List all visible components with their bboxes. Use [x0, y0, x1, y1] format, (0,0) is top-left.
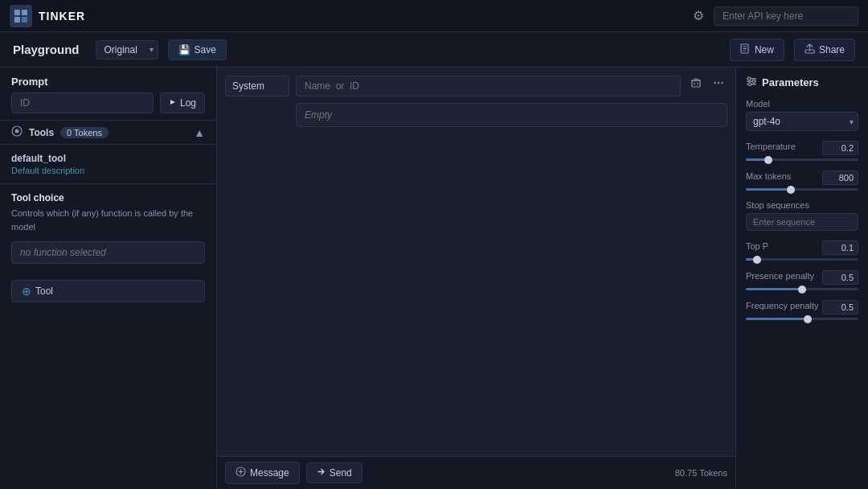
params-header: Parameters — [746, 76, 858, 89]
message-actions — [687, 76, 727, 92]
frequency-penalty-input[interactable] — [822, 300, 858, 314]
top-p-param: Top P — [746, 240, 858, 261]
tool-description: Default description — [11, 166, 205, 175]
params-icon — [746, 76, 757, 89]
stop-sequence-input[interactable] — [746, 213, 858, 231]
left-panel: Prompt Log Tools 0 Tokens — [0, 68, 217, 489]
svg-point-19 — [718, 82, 719, 84]
top-p-label: Top P — [746, 241, 768, 251]
right-panel: Parameters Model gpt-4o gpt-4 gpt-3.5-tu… — [735, 68, 868, 489]
presence-penalty-input[interactable] — [822, 270, 858, 285]
send-button[interactable]: Send — [306, 462, 362, 483]
prompt-header: Prompt — [0, 68, 216, 92]
svg-point-28 — [752, 80, 755, 83]
center-panel: System User Assistant — [217, 68, 735, 489]
model-param: Model gpt-4o gpt-4 gpt-3.5-turbo ▾ — [746, 99, 858, 131]
svg-point-20 — [721, 82, 723, 84]
svg-point-29 — [748, 83, 751, 86]
svg-rect-0 — [14, 10, 20, 15]
top-p-slider-thumb[interactable] — [753, 256, 761, 264]
svg-rect-11 — [692, 80, 700, 87]
model-select-wrapper: gpt-4o gpt-4 gpt-3.5-turbo ▾ — [746, 112, 858, 131]
frequency-row: Frequency penalty — [746, 300, 858, 314]
share-icon — [805, 43, 815, 56]
temperature-input[interactable] — [822, 141, 858, 155]
log-arrow-icon — [169, 97, 177, 109]
add-tool-button[interactable]: ⊕ Tool — [11, 280, 205, 302]
prompt-id-input[interactable] — [11, 92, 154, 113]
max-tokens-slider-track — [746, 188, 858, 191]
frequency-slider-thumb[interactable] — [804, 315, 812, 323]
tools-tokens-badge: 0 Tokens — [60, 127, 108, 138]
tool-choice-title: Tool choice — [11, 192, 205, 203]
new-icon — [740, 43, 751, 56]
presence-penalty-param: Presence penalty — [746, 270, 858, 290]
send-arrow-icon — [317, 467, 326, 479]
secondary-toolbar: Playground Original ▾ 💾 Save New Shar — [0, 32, 868, 68]
presence-row: Presence penalty — [746, 270, 858, 285]
svg-rect-3 — [22, 17, 27, 23]
tools-bar: Tools 0 Tokens ▲ — [0, 120, 216, 145]
presence-slider-fill — [746, 288, 802, 290]
presence-penalty-label: Presence penalty — [746, 271, 814, 281]
settings-icon-btn[interactable]: ⚙ — [690, 5, 707, 27]
logo-text: TINKER — [39, 10, 85, 23]
prompt-title: Prompt — [11, 76, 48, 88]
collapse-button[interactable]: ▲ — [194, 126, 205, 139]
presence-slider-thumb[interactable] — [798, 286, 806, 294]
new-button[interactable]: New — [730, 39, 784, 61]
svg-point-10 — [15, 129, 19, 134]
message-role-select[interactable]: System User Assistant — [225, 76, 289, 97]
message-name-input[interactable] — [296, 76, 681, 97]
api-area: ⚙ — [690, 5, 858, 27]
max-tokens-slider-thumb[interactable] — [787, 186, 795, 194]
page-title: Playground — [13, 43, 80, 56]
bottom-bar: Message Send 80.75 Tokens — [217, 456, 735, 489]
temperature-row: Temperature — [746, 141, 858, 155]
top-p-slider-track — [746, 258, 858, 261]
svg-rect-8 — [805, 50, 814, 53]
message-row-1: System User Assistant — [225, 76, 727, 97]
svg-point-18 — [714, 82, 715, 84]
frequency-penalty-param: Frequency penalty — [746, 300, 858, 320]
version-select-wrapper: Original ▾ — [96, 40, 158, 60]
main-layout: Prompt Log Tools 0 Tokens — [0, 68, 868, 489]
temperature-slider-track — [746, 158, 858, 161]
save-icon: 💾 — [178, 44, 190, 55]
svg-point-27 — [747, 77, 751, 80]
save-button[interactable]: 💾 Save — [168, 39, 227, 60]
version-select[interactable]: Original — [96, 40, 158, 60]
max-tokens-input[interactable] — [822, 171, 858, 185]
model-select[interactable]: gpt-4o gpt-4 gpt-3.5-turbo — [746, 112, 858, 131]
share-button[interactable]: Share — [794, 39, 855, 61]
add-message-button[interactable]: Message — [225, 462, 300, 484]
max-tokens-param: Max tokens — [746, 171, 858, 191]
tools-label: Tools — [29, 127, 54, 138]
frequency-slider-track — [746, 318, 858, 320]
tool-choice-input[interactable] — [11, 241, 205, 264]
top-p-input[interactable] — [822, 240, 858, 255]
frequency-slider-fill — [746, 318, 808, 320]
max-tokens-label: Max tokens — [746, 171, 791, 181]
api-key-input[interactable] — [714, 6, 858, 26]
stop-sequences-label: Stop sequences — [746, 200, 858, 210]
delete-message-button[interactable] — [687, 76, 705, 92]
temperature-label: Temperature — [746, 142, 796, 151]
svg-rect-1 — [22, 10, 27, 15]
top-p-row: Top P — [746, 240, 858, 255]
tools-icon — [11, 125, 23, 139]
params-title: Parameters — [762, 76, 819, 88]
logo-area: TINKER — [10, 5, 85, 27]
temperature-slider-thumb[interactable] — [764, 156, 772, 164]
max-tokens-row: Max tokens — [746, 171, 858, 185]
topbar: TINKER ⚙ — [0, 0, 868, 32]
svg-rect-2 — [14, 17, 20, 23]
more-options-button[interactable] — [710, 76, 727, 92]
message-content-input[interactable] — [296, 103, 727, 127]
presence-slider-track — [746, 288, 858, 290]
log-button[interactable]: Log — [160, 92, 205, 113]
logo-icon — [10, 5, 32, 27]
model-label: Model — [746, 99, 858, 109]
tokens-count: 80.75 Tokens — [675, 468, 727, 478]
prompt-id-row: Log — [0, 92, 216, 120]
